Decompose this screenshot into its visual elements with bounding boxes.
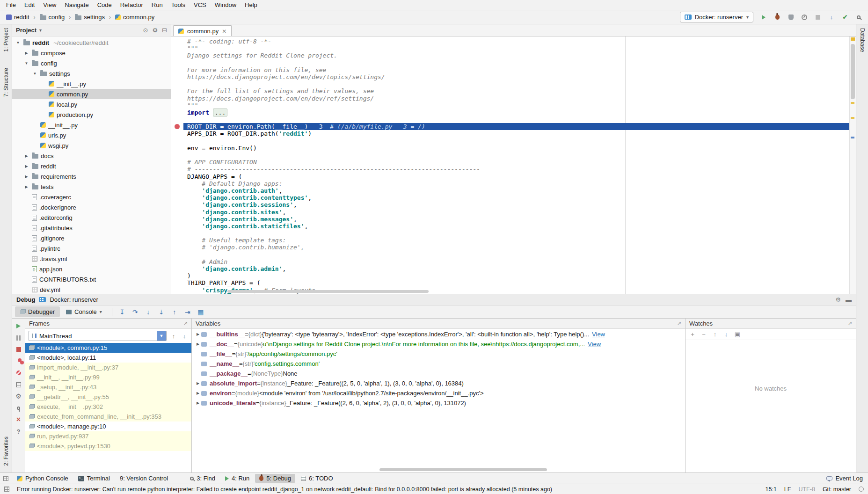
gutter[interactable] — [171, 209, 183, 216]
run-to-cursor-button[interactable]: ⇥ — [182, 307, 193, 317]
code-line[interactable]: 'django.contrib.messages', — [171, 216, 856, 223]
code-line[interactable]: # Useful template tags: — [171, 237, 856, 244]
code-line[interactable]: THIRD_PARTY_APPS = ( — [171, 279, 856, 286]
thread-selector[interactable]: MainThread ▼ — [29, 331, 167, 341]
settings-gear-button[interactable]: ⚙ — [835, 296, 841, 303]
gutter[interactable] — [171, 223, 183, 230]
gutter[interactable] — [171, 66, 183, 73]
event-log-button[interactable]: Event Log — [826, 475, 865, 482]
profiler-button[interactable] — [800, 13, 809, 22]
toolwindow-stripe-7-structure[interactable]: 7: Structure — [3, 68, 9, 97]
help-button[interactable] — [14, 428, 23, 435]
code-line[interactable]: ) — [171, 272, 856, 279]
status-message[interactable]: Error running Docker: runserver: Can't r… — [17, 486, 758, 493]
dropdown-button[interactable]: ▼ — [157, 331, 166, 341]
gutter[interactable] — [171, 287, 183, 294]
view-link[interactable]: View — [588, 341, 601, 348]
gutter[interactable] — [171, 216, 183, 223]
code-line[interactable]: """ — [171, 45, 856, 52]
restore-layout-button[interactable] — [14, 381, 23, 388]
tab-console[interactable]: Console▾ — [61, 306, 107, 317]
code-line[interactable]: 'django.contrib.admin', — [171, 265, 856, 272]
chevron-right-icon[interactable]: ▶ — [23, 174, 29, 179]
menu-code[interactable]: Code — [93, 0, 116, 9]
step-out-button[interactable]: ↑ — [169, 307, 180, 317]
tree-item-pylintrc[interactable]: .pylintrc — [12, 243, 171, 254]
tree-item-reddit[interactable]: ▶reddit — [12, 161, 171, 171]
code-line[interactable]: 'django.contrib.contenttypes', — [171, 194, 856, 201]
close-tab-icon[interactable]: ✕ — [222, 28, 226, 35]
code-line[interactable] — [171, 116, 856, 123]
gutter[interactable] — [171, 201, 183, 208]
editor-tab-common-py[interactable]: common.py ✕ — [173, 25, 232, 36]
code-line[interactable]: Django settings for Reddit Clone project… — [171, 52, 856, 59]
vcs-commit-button[interactable]: ✔ — [840, 13, 850, 22]
execution-line[interactable]: ROOT_DIR = environ.Path(__file__) - 3 # … — [171, 123, 856, 130]
menu-tools[interactable]: Tools — [167, 0, 190, 9]
chevron-right-icon[interactable]: ▶ — [23, 164, 29, 168]
breadcrumb-item-settings[interactable]: settings — [73, 13, 106, 21]
chevron-right-icon[interactable]: ▶ — [23, 51, 29, 55]
breakpoint-icon[interactable] — [175, 124, 180, 129]
stop-button[interactable] — [14, 346, 23, 353]
tree-item-gitattributes[interactable]: .gitattributes — [12, 223, 171, 233]
gutter[interactable] — [171, 251, 183, 258]
gutter[interactable] — [171, 45, 183, 52]
menu-edit[interactable]: Edit — [20, 0, 39, 9]
code-line[interactable]: 'django.contrib.sites', — [171, 209, 856, 216]
stop-button[interactable] — [813, 13, 823, 22]
code-line[interactable]: # Default Django apps: — [171, 180, 856, 187]
gutter[interactable] — [171, 87, 183, 94]
frame-row[interactable]: __getattr__, __init__.py:55 — [25, 392, 191, 402]
toolwindow-quick-access-icon[interactable] — [3, 476, 8, 481]
menu-navigate[interactable]: Navigate — [60, 0, 93, 9]
frame-row[interactable]: run, pydevd.py:937 — [25, 431, 191, 441]
tree-item-travis-yml[interactable]: .travis.yml — [12, 254, 171, 264]
pause-button[interactable] — [14, 334, 23, 341]
frame-row[interactable]: <module>, local.py:11 — [25, 353, 191, 363]
editor-vertical-scrollbar[interactable] — [849, 36, 856, 294]
inspection-indicator[interactable] — [851, 37, 855, 41]
code-line[interactable] — [171, 138, 856, 145]
gutter[interactable] — [171, 52, 183, 59]
gutter[interactable] — [171, 173, 183, 180]
gutter[interactable] — [171, 102, 183, 109]
git-branch-indicator[interactable]: Git: master — [823, 486, 851, 493]
tree-item-app-json[interactable]: app.json — [12, 264, 171, 274]
gutter[interactable] — [171, 130, 183, 137]
menu-view[interactable]: View — [39, 0, 60, 9]
code-line[interactable]: import ... — [171, 109, 856, 116]
variable-row-package[interactable]: __package__ = {NoneType} None — [192, 369, 685, 378]
chevron-down-icon[interactable]: ▼ — [32, 72, 38, 76]
previous-frame-button[interactable]: ↑ — [170, 333, 177, 340]
watch-add-button[interactable]: + — [689, 331, 696, 338]
caret-position[interactable]: 15:1 — [766, 486, 777, 493]
code-line[interactable]: # APP CONFIGURATION — [171, 159, 856, 166]
watch-move-up-button[interactable]: ↑ — [712, 331, 718, 338]
toolwindow-button-9-version-control[interactable]: 9: Version Control — [116, 474, 172, 483]
hide-panel-button[interactable]: ▬ — [846, 296, 852, 303]
menu-run[interactable]: Run — [147, 0, 167, 9]
tree-item-reddit[interactable]: ▼reddit~/cookiecutter/reddit — [12, 37, 171, 48]
toolwindow-button-5-debug[interactable]: 5: Debug — [255, 474, 295, 483]
gutter[interactable] — [171, 159, 183, 166]
code-line[interactable]: https://docs.djangoproject.com/en/dev/to… — [171, 73, 856, 80]
pin-button[interactable] — [14, 404, 23, 412]
tree-item-dev-yml[interactable]: dev.yml — [12, 284, 171, 294]
variable-row-doc[interactable]: ▶__doc__ = {unicode} u'\nDjango settings… — [192, 339, 685, 349]
float-panel-icon[interactable]: ↗ — [848, 320, 852, 327]
watch-remove-button[interactable]: − — [700, 331, 707, 338]
variable-row-absolute-import[interactable]: ▶absolute_import = {instance} _Feature: … — [192, 378, 685, 388]
frame-row[interactable]: <module>, pydevd.py:1530 — [25, 441, 191, 451]
gutter[interactable] — [171, 116, 183, 123]
variable-row-name[interactable]: __name__ = {str} 'config.settings.common… — [192, 359, 685, 369]
tree-item-production-py[interactable]: production.py — [12, 109, 171, 120]
frame-row[interactable]: <module>, manage.py:10 — [25, 421, 191, 431]
tree-item-dockerignore[interactable]: .dockerignore — [12, 202, 171, 212]
gutter[interactable] — [171, 272, 183, 279]
gutter[interactable] — [171, 152, 183, 159]
gutter[interactable] — [171, 59, 183, 66]
tree-item-init-py[interactable]: __init__.py — [12, 120, 171, 130]
code-line[interactable]: 'django.contrib.auth', — [171, 187, 856, 194]
gutter[interactable] — [171, 145, 183, 152]
